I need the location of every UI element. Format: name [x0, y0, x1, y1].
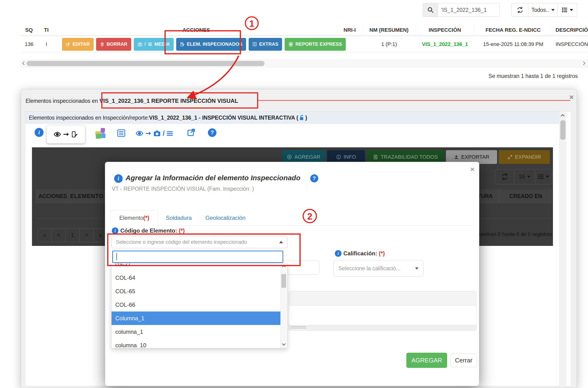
element-code-search-input[interactable] [112, 251, 283, 263]
option-col-66[interactable]: COL-66 [112, 298, 281, 312]
inspeccion-link[interactable]: VIS_1_2022_136_1 [416, 36, 474, 53]
cell-descripcion: INSPECCIÓN [552, 36, 588, 53]
grid-pagesize-value: 16 [519, 173, 525, 180]
col-header-nri: NRI-I [337, 25, 362, 36]
pagination-page-1[interactable]: 1 [65, 228, 80, 242]
search-button[interactable] [423, 3, 438, 17]
info-icon[interactable]: i [35, 128, 44, 137]
refresh-icon [501, 173, 508, 180]
option-columna-1-selected[interactable]: Columna_1 [112, 312, 281, 325]
external-link-tool[interactable] [187, 128, 196, 137]
dialog-subtitle: VT - REPORTE INSPECCIÓN VISUAL (Fam. Ins… [112, 186, 254, 192]
plus-circle-icon [287, 154, 292, 160]
option-col-65[interactable]: COL-65 [112, 285, 281, 298]
agregar-button[interactable]: AGREGAR [406, 353, 447, 368]
option-columna-1-lower[interactable]: columna_1 [112, 325, 281, 339]
elem-inspecionados-button[interactable]: ELEM. INSPECIONADOS [176, 38, 246, 51]
grid-pagesize-dropdown[interactable]: 16 [514, 169, 535, 184]
tab-soldadura[interactable]: Soldadura [164, 210, 194, 226]
list-icon [117, 128, 126, 138]
media-button[interactable]: / MEDIA [134, 38, 174, 51]
col-header-sq: SQ [21, 25, 37, 36]
info-icon: i [114, 174, 123, 183]
extras-button[interactable]: EXTRAS [249, 38, 282, 51]
panel-scrollbar[interactable] [559, 112, 566, 386]
col-header-acciones: ACCIONES [55, 25, 337, 36]
download-icon [454, 154, 459, 160]
puzzle-icon[interactable] [94, 127, 107, 140]
scroll-down-icon[interactable] [282, 342, 286, 346]
grid-exportar-label: EXPORTAR [461, 154, 490, 160]
col-header-ti: TI [37, 25, 55, 36]
tab-geolocalizacion[interactable]: Geolocalización [200, 210, 251, 226]
refresh-button[interactable] [511, 3, 529, 17]
text-cursor [117, 253, 117, 260]
required-marker: (*) [179, 227, 185, 234]
element-code-placeholder: Seleccione o ingrese código del elemento… [116, 239, 247, 245]
chevron-down-icon [546, 176, 549, 178]
pagination-prev[interactable]: < [51, 228, 66, 242]
option-columna-10[interactable]: columna_10 [112, 339, 281, 348]
editor-resize-bar[interactable] [288, 325, 476, 331]
help-icon[interactable]: ? [208, 128, 216, 137]
list-view-icon [562, 7, 568, 13]
reporte-express-button[interactable]: REPORTE EXPRESS [285, 38, 346, 51]
modal-title: Elementos inspeccionados en VIS_1_2022_1… [25, 97, 238, 104]
hamburger-icon [148, 42, 152, 47]
search-input[interactable] [438, 3, 500, 17]
grid-col-acciones: ACCIONES [36, 190, 70, 203]
scroll-up-icon[interactable] [282, 265, 286, 269]
tab-elemento[interactable]: Elemento (*) [111, 210, 158, 226]
cell-nri [337, 36, 362, 53]
view-to-media-tool[interactable]: / [136, 129, 173, 137]
records-summary: Se muestran 1 hasta 1 de 1 registros [489, 73, 578, 79]
help-icon[interactable]: ? [310, 174, 318, 182]
slash-separator: / [163, 129, 165, 137]
chevron-down-icon [551, 9, 555, 11]
option-col-64[interactable]: COL-64 [112, 271, 281, 285]
cerrar-button[interactable]: Cerrar [450, 354, 477, 367]
filter-dropdown[interactable]: Todos.. [528, 3, 558, 17]
grid-columns-dropdown[interactable] [535, 169, 552, 184]
dialog-close-button[interactable]: × [470, 165, 474, 173]
report-globe-icon [288, 42, 293, 47]
eye-icon [136, 129, 143, 137]
pagination-first[interactable]: « [37, 228, 52, 242]
panel-title-bold: VIS_1_2022_136_1 - INSPECCIÓN VISUAL INT… [149, 115, 298, 121]
horizontal-scrollbar-thumb[interactable] [26, 61, 264, 66]
editar-button[interactable]: EDITAR [62, 38, 94, 51]
cell-ti: I [37, 36, 55, 53]
info-circle-icon [336, 154, 341, 160]
badge-icon [373, 154, 378, 160]
modal-close-button[interactable]: × [569, 93, 574, 102]
columns-dropdown[interactable] [557, 3, 577, 17]
external-link-icon [187, 128, 196, 137]
grid-list-tool[interactable] [117, 128, 126, 138]
calificacion-label-text: Calificación: [343, 250, 379, 257]
element-code-select[interactable]: Seleccione o ingrese código del elemento… [111, 236, 287, 248]
cell-sq: 136 [21, 36, 37, 53]
extras-label: EXTRAS [259, 42, 278, 47]
col-header-nm: NM (RESUMEN) [362, 25, 416, 36]
editor-toolbar [288, 291, 476, 306]
drag-handle-icon [291, 326, 306, 328]
tab-elemento-label: Elemento [119, 215, 143, 221]
list-scrollbar[interactable] [280, 264, 287, 348]
calificacion-select[interactable]: Seleccione la calificació... [333, 260, 423, 277]
grid-trazabilidad-label: TRAZABILIDAD TODOS [380, 154, 438, 160]
grid-refresh-button[interactable] [495, 169, 514, 184]
chevron-down-icon [570, 9, 573, 11]
arrow-right-icon [63, 131, 69, 137]
pagination-next[interactable]: > [79, 228, 94, 242]
panel-scrollbar-thumb[interactable] [560, 120, 565, 140]
panel-titlebar: Elementos inspeccionados en Inspección/r… [25, 112, 559, 124]
editor-content[interactable] [288, 306, 476, 325]
col-header-inspeccion: INSPECCIÓN [416, 25, 474, 36]
borrar-button[interactable]: BORRAR [96, 38, 131, 51]
option-col-27[interactable]: col-27 [112, 263, 281, 271]
grid-expandir-label: EXPANDIR [515, 154, 541, 160]
list-scrollbar-thumb[interactable] [281, 274, 286, 288]
view-to-edit-tool[interactable] [47, 125, 85, 144]
grid-expandir-button[interactable]: EXPANDIR [499, 150, 550, 164]
grid-info-label: INFO [344, 154, 356, 160]
